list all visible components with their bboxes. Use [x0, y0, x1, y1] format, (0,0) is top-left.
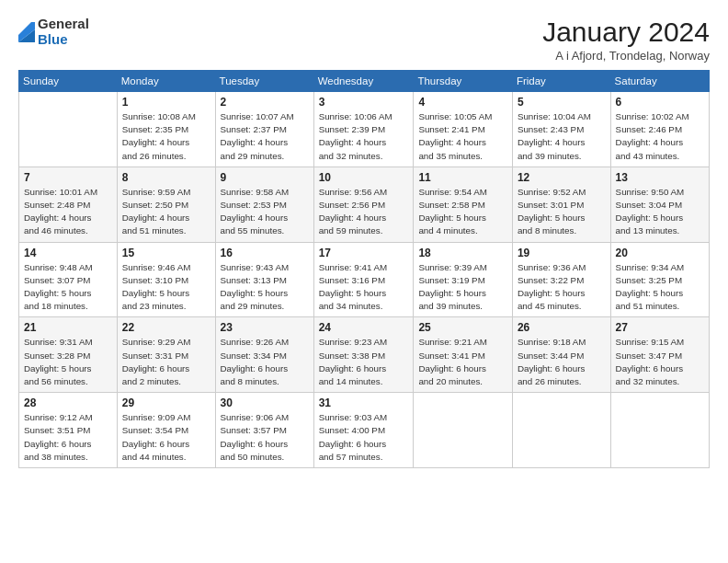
calendar-week-2: 7Sunrise: 10:01 AMSunset: 2:48 PMDayligh…: [19, 167, 710, 242]
calendar-cell: 2Sunrise: 10:07 AMSunset: 2:37 PMDayligh…: [215, 92, 313, 167]
day-info: Sunrise: 9:29 AMSunset: 3:31 PMDaylight:…: [122, 336, 210, 388]
day-info: Sunrise: 9:36 AMSunset: 3:22 PMDaylight:…: [518, 261, 606, 314]
col-wednesday: Wednesday: [313, 71, 414, 92]
calendar-table: Sunday Monday Tuesday Wednesday Thursday…: [18, 70, 710, 468]
calendar-week-3: 14Sunrise: 9:48 AMSunset: 3:07 PMDayligh…: [19, 242, 710, 317]
col-sunday: Sunday: [19, 71, 118, 92]
day-info: Sunrise: 9:48 AMSunset: 3:07 PMDaylight:…: [24, 261, 112, 314]
day-number: 4: [418, 96, 507, 109]
calendar-cell: 6Sunrise: 10:02 AMSunset: 2:46 PMDayligh…: [610, 92, 709, 167]
day-info: Sunrise: 10:02 AMSunset: 2:46 PMDaylight…: [616, 110, 704, 163]
day-info: Sunrise: 10:06 AMSunset: 2:39 PMDaylight…: [319, 110, 409, 163]
page: General Blue January 2024 A i Afjord, Tr…: [0, 0, 728, 563]
col-friday: Friday: [512, 71, 610, 92]
calendar-cell: 27Sunrise: 9:15 AMSunset: 3:47 PMDayligh…: [610, 317, 709, 393]
day-info: Sunrise: 9:43 AMSunset: 3:13 PMDaylight:…: [221, 261, 309, 314]
day-number: 30: [221, 396, 309, 409]
day-number: 24: [319, 321, 409, 334]
day-number: 14: [24, 247, 112, 259]
day-number: 23: [221, 321, 309, 334]
day-info: Sunrise: 9:54 AMSunset: 2:58 PMDaylight:…: [418, 186, 507, 238]
day-number: 2: [221, 96, 309, 109]
calendar-cell: 26Sunrise: 9:18 AMSunset: 3:44 PMDayligh…: [512, 317, 610, 393]
calendar-cell: [610, 393, 709, 468]
day-number: 12: [518, 171, 606, 184]
calendar-cell: 25Sunrise: 9:21 AMSunset: 3:41 PMDayligh…: [414, 317, 513, 393]
day-number: 20: [616, 247, 704, 259]
calendar-body: 1Sunrise: 10:08 AMSunset: 2:35 PMDayligh…: [19, 92, 710, 468]
day-number: 7: [24, 171, 112, 184]
calendar-cell: 12Sunrise: 9:52 AMSunset: 3:01 PMDayligh…: [512, 167, 610, 242]
day-info: Sunrise: 9:23 AMSunset: 3:38 PMDaylight:…: [319, 336, 409, 388]
calendar-cell: 1Sunrise: 10:08 AMSunset: 2:35 PMDayligh…: [117, 92, 215, 167]
day-info: Sunrise: 9:46 AMSunset: 3:10 PMDaylight:…: [122, 261, 210, 314]
calendar-cell: 18Sunrise: 9:39 AMSunset: 3:19 PMDayligh…: [414, 242, 513, 317]
day-info: Sunrise: 9:59 AMSunset: 2:50 PMDaylight:…: [122, 186, 210, 238]
logo: General Blue: [18, 17, 89, 47]
calendar-cell: 29Sunrise: 9:09 AMSunset: 3:54 PMDayligh…: [117, 393, 215, 468]
calendar-cell: 15Sunrise: 9:46 AMSunset: 3:10 PMDayligh…: [117, 242, 215, 317]
calendar-week-1: 1Sunrise: 10:08 AMSunset: 2:35 PMDayligh…: [19, 92, 710, 167]
calendar-cell: 22Sunrise: 9:29 AMSunset: 3:31 PMDayligh…: [117, 317, 215, 393]
header-row: Sunday Monday Tuesday Wednesday Thursday…: [19, 71, 710, 92]
calendar-cell: 8Sunrise: 9:59 AMSunset: 2:50 PMDaylight…: [117, 167, 215, 242]
col-tuesday: Tuesday: [215, 71, 313, 92]
day-number: 25: [418, 321, 507, 334]
calendar-week-4: 21Sunrise: 9:31 AMSunset: 3:28 PMDayligh…: [19, 317, 710, 393]
calendar-cell: [19, 92, 118, 167]
calendar-cell: 7Sunrise: 10:01 AMSunset: 2:48 PMDayligh…: [19, 167, 118, 242]
day-info: Sunrise: 10:08 AMSunset: 2:35 PMDaylight…: [122, 110, 210, 163]
calendar-cell: 24Sunrise: 9:23 AMSunset: 3:38 PMDayligh…: [313, 317, 414, 393]
calendar-cell: 20Sunrise: 9:34 AMSunset: 3:25 PMDayligh…: [610, 242, 709, 317]
calendar-cell: 17Sunrise: 9:41 AMSunset: 3:16 PMDayligh…: [313, 242, 414, 317]
day-info: Sunrise: 9:09 AMSunset: 3:54 PMDaylight:…: [122, 411, 210, 464]
calendar-cell: 13Sunrise: 9:50 AMSunset: 3:04 PMDayligh…: [610, 167, 709, 242]
day-info: Sunrise: 9:50 AMSunset: 3:04 PMDaylight:…: [616, 186, 704, 238]
day-number: 3: [319, 96, 409, 109]
calendar-cell: [414, 393, 513, 468]
calendar-cell: [512, 393, 610, 468]
day-info: Sunrise: 9:56 AMSunset: 2:56 PMDaylight:…: [319, 186, 409, 238]
day-number: 16: [221, 247, 309, 259]
day-info: Sunrise: 10:01 AMSunset: 2:48 PMDaylight…: [24, 186, 112, 238]
calendar-cell: 16Sunrise: 9:43 AMSunset: 3:13 PMDayligh…: [215, 242, 313, 317]
calendar-cell: 21Sunrise: 9:31 AMSunset: 3:28 PMDayligh…: [19, 317, 118, 393]
day-number: 11: [418, 171, 507, 184]
day-info: Sunrise: 10:07 AMSunset: 2:37 PMDaylight…: [221, 110, 309, 163]
calendar-cell: 19Sunrise: 9:36 AMSunset: 3:22 PMDayligh…: [512, 242, 610, 317]
col-thursday: Thursday: [414, 71, 513, 92]
month-title: January 2024: [542, 17, 710, 47]
col-saturday: Saturday: [610, 71, 709, 92]
day-info: Sunrise: 9:12 AMSunset: 3:51 PMDaylight:…: [24, 411, 112, 464]
day-number: 9: [221, 171, 309, 184]
day-number: 17: [319, 247, 409, 259]
day-number: 21: [24, 321, 112, 334]
col-monday: Monday: [117, 71, 215, 92]
calendar-cell: 4Sunrise: 10:05 AMSunset: 2:41 PMDayligh…: [414, 92, 513, 167]
logo-blue: Blue: [38, 32, 89, 48]
day-number: 5: [518, 96, 606, 109]
calendar-cell: 3Sunrise: 10:06 AMSunset: 2:39 PMDayligh…: [313, 92, 414, 167]
day-info: Sunrise: 9:06 AMSunset: 3:57 PMDaylight:…: [221, 411, 309, 464]
day-info: Sunrise: 9:39 AMSunset: 3:19 PMDaylight:…: [418, 261, 507, 314]
calendar-cell: 23Sunrise: 9:26 AMSunset: 3:34 PMDayligh…: [215, 317, 313, 393]
logo-general: General: [38, 17, 89, 32]
day-info: Sunrise: 10:05 AMSunset: 2:41 PMDaylight…: [418, 110, 507, 163]
day-number: 29: [122, 396, 210, 409]
day-info: Sunrise: 9:58 AMSunset: 2:53 PMDaylight:…: [221, 186, 309, 238]
calendar-cell: 30Sunrise: 9:06 AMSunset: 3:57 PMDayligh…: [215, 393, 313, 468]
title-block: January 2024 A i Afjord, Trondelag, Norw…: [542, 17, 710, 63]
day-number: 1: [122, 96, 210, 109]
calendar-cell: 9Sunrise: 9:58 AMSunset: 2:53 PMDaylight…: [215, 167, 313, 242]
day-number: 8: [122, 171, 210, 184]
day-info: Sunrise: 9:52 AMSunset: 3:01 PMDaylight:…: [518, 186, 606, 238]
calendar-cell: 31Sunrise: 9:03 AMSunset: 4:00 PMDayligh…: [313, 393, 414, 468]
logo-icon: [18, 22, 35, 42]
day-info: Sunrise: 9:41 AMSunset: 3:16 PMDaylight:…: [319, 261, 409, 314]
header: General Blue January 2024 A i Afjord, Tr…: [18, 17, 710, 63]
day-number: 19: [518, 247, 606, 259]
calendar-cell: 28Sunrise: 9:12 AMSunset: 3:51 PMDayligh…: [19, 393, 118, 468]
day-info: Sunrise: 9:18 AMSunset: 3:44 PMDaylight:…: [518, 336, 606, 388]
calendar-week-5: 28Sunrise: 9:12 AMSunset: 3:51 PMDayligh…: [19, 393, 710, 468]
day-number: 6: [616, 96, 704, 109]
